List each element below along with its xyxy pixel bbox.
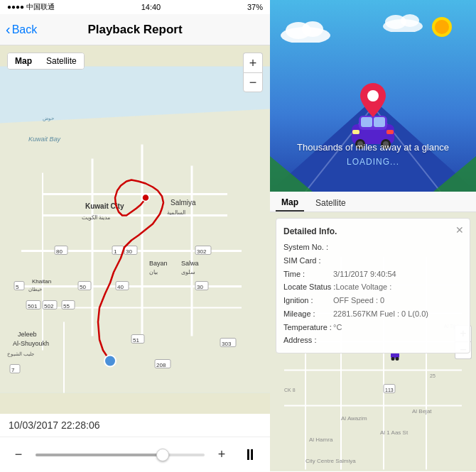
svg-text:208: 208 bbox=[156, 362, 166, 368]
svg-rect-78 bbox=[386, 130, 394, 134]
svg-text:مدينة الكويت: مدينة الكويت bbox=[82, 214, 110, 221]
info-satellite-button[interactable]: Satellite bbox=[310, 194, 352, 212]
detail-field-key: Address : bbox=[283, 334, 333, 347]
detail-field-row: Locate Status :Locate Voltage : bbox=[283, 280, 463, 294]
cloud2-illustration bbox=[380, 11, 426, 32]
svg-text:جليب الشيوخ: جليب الشيوخ bbox=[7, 351, 34, 357]
detail-field-key: SIM Card : bbox=[283, 254, 333, 268]
header: ‹ Back Playback Report bbox=[0, 14, 270, 45]
sun-icon bbox=[428, 13, 456, 41]
svg-text:Bayan: Bayan bbox=[149, 260, 168, 267]
svg-text:50: 50 bbox=[80, 284, 86, 290]
detail-field-key: Time : bbox=[283, 268, 333, 281]
svg-point-83 bbox=[367, 90, 379, 101]
svg-text:Kuwait City: Kuwait City bbox=[85, 202, 124, 210]
svg-point-58 bbox=[142, 194, 149, 202]
info-map-toggle: Map Satellite bbox=[270, 192, 476, 212]
svg-point-57 bbox=[104, 356, 116, 367]
time-display: 14:40 bbox=[141, 3, 161, 11]
detail-info-card: Detailed Info. ✕ System No. :SIM Card :T… bbox=[276, 218, 470, 353]
battery-indicator: 37% bbox=[247, 3, 263, 11]
svg-point-63 bbox=[302, 21, 323, 37]
svg-text:Jeleeb: Jeleeb bbox=[18, 331, 37, 338]
progress-thumb[interactable] bbox=[156, 449, 169, 461]
detail-field-key: System No. : bbox=[283, 241, 333, 254]
svg-text:Salwa: Salwa bbox=[181, 260, 199, 267]
pause-button[interactable]: ⏸ bbox=[239, 444, 261, 466]
svg-text:5: 5 bbox=[16, 284, 19, 290]
svg-point-66 bbox=[401, 14, 419, 27]
svg-point-106 bbox=[396, 357, 399, 361]
info-map-button[interactable]: Map bbox=[276, 194, 304, 212]
detail-field-row: Mileage :2281.567KM Fuel : 0 L(0.0) bbox=[283, 307, 463, 321]
svg-text:30: 30 bbox=[126, 248, 132, 255]
detail-rows: System No. :SIM Card :Time :3/11/2017 9:… bbox=[283, 241, 463, 347]
zoom-in-button[interactable]: + bbox=[243, 53, 263, 72]
detail-field-row: SIM Card : bbox=[283, 254, 463, 268]
svg-text:Al Awazim: Al Awazim bbox=[341, 415, 367, 422]
svg-text:Salmiya: Salmiya bbox=[171, 199, 196, 207]
timestamp: 10/03/2017 22:28:06 bbox=[0, 414, 270, 437]
svg-text:30: 30 bbox=[197, 284, 203, 290]
detail-field-row: System No. : bbox=[283, 241, 463, 254]
detail-field-key: Temperature : bbox=[283, 321, 333, 334]
status-bar: ●●●● 中国联通 14:40 37% bbox=[0, 0, 270, 14]
left-panel: ●●●● 中国联通 14:40 37% ‹ Back Playback Repo… bbox=[0, 0, 270, 472]
back-chevron-icon: ‹ bbox=[6, 21, 11, 38]
detail-field-value: Locate Voltage : bbox=[335, 280, 391, 294]
svg-text:Khaitan: Khaitan bbox=[32, 278, 51, 285]
location-pin-icon bbox=[360, 83, 386, 117]
svg-text:501: 501 bbox=[28, 303, 38, 309]
detail-field-row: Ignition :OFF Speed : 0 bbox=[283, 294, 463, 307]
info-panel: Map Satellite Al Hamra Al Awazim Al 1 Aa… bbox=[270, 192, 476, 472]
loading-text: LOADING... bbox=[347, 157, 399, 167]
svg-text:Kuwait Bay: Kuwait Bay bbox=[28, 136, 61, 143]
svg-rect-77 bbox=[352, 130, 359, 134]
svg-text:السالمية: السالمية bbox=[167, 209, 185, 216]
svg-rect-76 bbox=[374, 117, 385, 127]
clouds-illustration bbox=[277, 18, 334, 43]
svg-text:40: 40 bbox=[117, 284, 124, 290]
progress-fill bbox=[36, 454, 163, 456]
detail-field-key: Mileage : bbox=[283, 307, 333, 321]
back-label: Back bbox=[12, 23, 38, 36]
playback-controls: − + ⏸ bbox=[0, 437, 270, 472]
detail-field-value: 2281.567KM Fuel : 0 L(0.0) bbox=[333, 307, 428, 321]
volume-up-button[interactable]: + bbox=[212, 445, 232, 465]
svg-text:Al Hamra: Al Hamra bbox=[309, 437, 333, 443]
detail-field-row: Temperature :°C bbox=[283, 321, 463, 334]
svg-text:7: 7 bbox=[11, 367, 15, 373]
illustration-area: Thousands of miles away at a glance LOAD… bbox=[270, 0, 476, 192]
zoom-out-button[interactable]: − bbox=[243, 72, 263, 92]
volume-down-button[interactable]: − bbox=[9, 445, 28, 465]
svg-text:Al 1 Aas St: Al 1 Aas St bbox=[380, 429, 409, 436]
detail-field-key: Locate Status : bbox=[283, 280, 335, 294]
svg-text:25: 25 bbox=[430, 373, 436, 378]
svg-text:55: 55 bbox=[63, 303, 70, 309]
svg-text:سلوى: سلوى bbox=[181, 269, 195, 275]
svg-text:303: 303 bbox=[222, 341, 232, 347]
illustration-tagline: Thousands of miles away at a glance bbox=[297, 142, 449, 153]
svg-text:113: 113 bbox=[385, 388, 394, 393]
map-toggle-map[interactable]: Map bbox=[8, 53, 39, 69]
svg-text:خيطان: خيطان bbox=[28, 287, 42, 292]
svg-text:502: 502 bbox=[44, 303, 54, 309]
signal-indicator: ●●●● 中国联通 bbox=[7, 2, 55, 12]
svg-text:CK 8: CK 8 bbox=[284, 388, 296, 393]
map-toggle-satellite[interactable]: Satellite bbox=[39, 53, 84, 69]
map-container: Map Satellite + − Kuwait Bay bbox=[0, 45, 270, 414]
detail-field-value: °C bbox=[333, 321, 342, 334]
info-map-area: Al Hamra Al Awazim Al 1 Aas St Al Bejat … bbox=[270, 212, 476, 471]
svg-text:بيان: بيان bbox=[149, 269, 158, 275]
map-view-toggle: Map Satellite bbox=[7, 53, 85, 70]
svg-text:302: 302 bbox=[197, 248, 207, 255]
page-title: Playback Report bbox=[87, 23, 182, 37]
detail-close-button[interactable]: ✕ bbox=[455, 222, 464, 239]
progress-bar[interactable] bbox=[36, 454, 205, 456]
detail-field-row: Time :3/11/2017 9:40:54 bbox=[283, 268, 463, 281]
svg-text:Al-Shuyoukh: Al-Shuyoukh bbox=[13, 340, 49, 347]
svg-text:1: 1 bbox=[114, 248, 117, 255]
back-button[interactable]: ‹ Back bbox=[6, 21, 37, 38]
right-panel: Thousands of miles away at a glance LOAD… bbox=[270, 0, 476, 472]
detail-card-title: Detailed Info. bbox=[283, 224, 463, 238]
